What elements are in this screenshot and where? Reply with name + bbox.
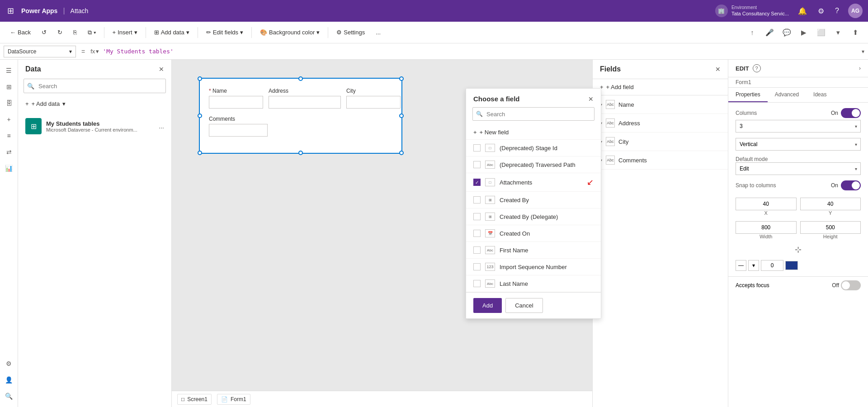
waffle-icon[interactable]: ⊞	[5, 4, 16, 18]
more-button[interactable]: ...	[371, 26, 385, 38]
handle-bottom-center[interactable]	[298, 151, 303, 155]
cfp-checkbox-created-by[interactable]	[473, 196, 481, 204]
sidebar-data-icon[interactable]: 🗄	[2, 96, 16, 110]
add-data-button[interactable]: ⊞ Add data ▾	[150, 26, 194, 38]
cfp-item-last-name[interactable]: Abc Last Name	[466, 275, 601, 292]
cfp-checkbox-deprecated-stage[interactable]	[473, 144, 481, 151]
paste-button[interactable]: ⧉ ▾	[83, 26, 100, 39]
x-input[interactable]	[736, 198, 797, 210]
share-icon[interactable]: ↑	[745, 25, 760, 40]
mic-icon[interactable]: 🎤	[762, 25, 777, 40]
field-item-address[interactable]: ▾ Abc Address	[593, 114, 728, 133]
sidebar-settings-bottom-icon[interactable]: ⚙	[2, 356, 16, 371]
cfp-item-created-on[interactable]: 📅 Created On	[466, 225, 601, 242]
cfp-add-button[interactable]: Add	[473, 298, 502, 313]
copy-button[interactable]: ⎘	[69, 26, 81, 38]
datasource-dropdown[interactable]: DataSource ▾	[4, 46, 76, 57]
handle-middle-right[interactable]	[399, 114, 404, 118]
handle-bottom-left[interactable]	[198, 151, 202, 155]
handle-middle-left[interactable]	[198, 114, 202, 118]
avatar[interactable]: AG	[848, 4, 863, 18]
handle-top-left[interactable]	[198, 76, 202, 81]
city-input[interactable]	[346, 96, 401, 109]
field-item-name[interactable]: ▾ Abc Name	[593, 95, 728, 114]
redo-button[interactable]: ↻	[53, 26, 67, 38]
sidebar-insert-icon[interactable]: +	[2, 112, 16, 127]
cfp-checkbox-attachments[interactable]: ✓	[473, 179, 481, 186]
data-search-input[interactable]	[24, 79, 166, 93]
back-button[interactable]: ← Back	[5, 26, 35, 38]
sidebar-search-icon[interactable]: 🔍	[2, 389, 16, 403]
color-swatch[interactable]	[785, 261, 798, 270]
tab-ideas[interactable]: Ideas	[806, 88, 834, 102]
add-data-button-panel[interactable]: + + Add data ▾	[24, 99, 166, 109]
tab-advanced[interactable]: Advanced	[768, 88, 806, 102]
fields-panel-close-button[interactable]: ✕	[715, 66, 721, 73]
cfp-item-created-by[interactable]: ⊞ Created By	[466, 192, 601, 208]
play-icon[interactable]: ▶	[797, 25, 811, 40]
cfp-item-deprecated-stage[interactable]: □ (Deprecated) Stage Id	[466, 140, 601, 156]
handle-bottom-right[interactable]	[399, 151, 404, 155]
cfp-item-deprecated-traversed[interactable]: Abc (Deprecated) Traversed Path	[466, 156, 601, 173]
edit-panel-collapse[interactable]: ›	[859, 65, 861, 71]
cfp-checkbox-import-sequence[interactable]	[473, 263, 481, 270]
background-color-button[interactable]: 🎨 Background color ▾	[255, 26, 324, 38]
stepper-minus[interactable]: —	[736, 260, 746, 271]
snap-toggle[interactable]	[841, 180, 861, 190]
form1-tab[interactable]: 📄 Form1	[217, 394, 250, 405]
screen1-tab[interactable]: □ Screen1	[177, 394, 212, 405]
columns-select[interactable]: 312	[736, 120, 861, 133]
cfp-checkbox-created-by-delegate[interactable]	[473, 213, 481, 220]
sidebar-menu-icon[interactable]: ☰	[2, 63, 16, 78]
accepts-focus-toggle[interactable]	[841, 280, 861, 290]
undo-button[interactable]: ↺	[37, 26, 51, 38]
columns-toggle[interactable]	[841, 108, 861, 118]
height-input[interactable]	[800, 221, 861, 234]
sidebar-variables-icon[interactable]: ≡	[2, 128, 16, 143]
default-mode-select[interactable]: EditViewNew	[736, 162, 861, 175]
layout-select[interactable]: VerticalHorizontal	[736, 138, 861, 151]
data-panel-close-button[interactable]: ✕	[159, 66, 164, 73]
handle-top-right[interactable]	[399, 76, 404, 81]
address-input[interactable]	[269, 96, 341, 109]
handle-top-center[interactable]	[298, 76, 303, 81]
cfp-item-created-by-delegate[interactable]: ⊞ Created By (Delegate)	[466, 208, 601, 225]
stepper-chevron[interactable]: ▾	[748, 260, 759, 271]
notifications-icon[interactable]: 🔔	[796, 5, 809, 17]
stepper-input[interactable]	[761, 260, 783, 271]
cfp-item-first-name[interactable]: Abc First Name	[466, 242, 601, 259]
sidebar-screens-icon[interactable]: ⊞	[2, 80, 16, 94]
formula-input[interactable]	[103, 48, 858, 55]
settings-icon[interactable]: ⚙	[816, 5, 826, 17]
datasource-more-button[interactable]: ...	[159, 123, 164, 130]
add-field-button[interactable]: + + Add field	[593, 79, 728, 95]
fx-button[interactable]: fx ▾	[90, 48, 99, 55]
form-selection-box[interactable]: Name Address City Comments	[199, 78, 402, 154]
cfp-new-field-button[interactable]: + + New field	[466, 125, 601, 140]
comment-icon[interactable]: 💬	[779, 25, 794, 40]
help-icon[interactable]: ?	[833, 5, 841, 17]
field-item-comments[interactable]: ▾ Abc Comments	[593, 151, 728, 170]
cfp-checkbox-first-name[interactable]	[473, 246, 481, 254]
edit-fields-button[interactable]: ✏ Edit fields ▾	[202, 26, 248, 38]
cfp-checkbox-created-on[interactable]	[473, 230, 481, 237]
cfp-item-attachments[interactable]: ✓ □ Attachments ↙	[466, 173, 601, 192]
insert-button[interactable]: + Insert ▾	[108, 26, 142, 38]
cfp-search-input[interactable]	[472, 107, 594, 121]
data-source-item[interactable]: ⊞ My Students tables Microsoft Dataverse…	[18, 114, 171, 138]
cfp-checkbox-last-name[interactable]	[473, 280, 481, 287]
toolbar-chevron[interactable]: ▾	[831, 25, 845, 40]
y-input[interactable]	[800, 198, 861, 210]
width-input[interactable]	[736, 221, 797, 234]
edit-help-icon[interactable]: ?	[753, 64, 761, 72]
cfp-close-button[interactable]: ✕	[588, 95, 594, 103]
preview-icon[interactable]: ⬜	[814, 25, 828, 40]
settings-button[interactable]: ⚙ Settings	[332, 26, 369, 38]
cfp-cancel-button[interactable]: Cancel	[505, 298, 542, 313]
tab-properties[interactable]: Properties	[728, 88, 768, 102]
field-item-city[interactable]: ▾ Abc City	[593, 133, 728, 151]
sidebar-connections-icon[interactable]: ⇄	[2, 145, 16, 159]
sidebar-user-icon[interactable]: 👤	[2, 373, 16, 387]
publish-icon[interactable]: ⬆	[848, 25, 863, 40]
environment-selector[interactable]: 🏢 Environment Tata Consultancy Servic...	[715, 5, 789, 17]
